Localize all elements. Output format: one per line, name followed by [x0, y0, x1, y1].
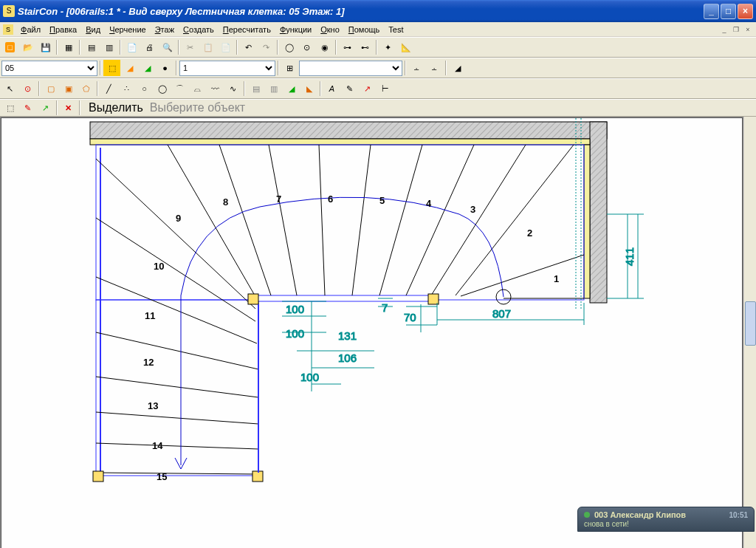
work-area: 411 807 100 100 131 106 100 7 [0, 117, 756, 548]
menu-file[interactable]: Файл [16, 24, 45, 35]
rect-tool[interactable]: ▢ [42, 81, 59, 97]
svg-text:100: 100 [286, 303, 304, 315]
layer4-button[interactable]: ● [157, 60, 173, 76]
circ2-tool[interactable]: ◯ [154, 81, 171, 97]
text-tool[interactable]: A [323, 81, 340, 97]
drawing-canvas[interactable]: 411 807 100 100 131 106 100 7 [1, 117, 743, 548]
arc-tool[interactable]: ⌒ [171, 81, 188, 97]
svg-rect-9 [251, 295, 436, 301]
layer1-button[interactable]: ⬚ [103, 60, 120, 76]
doc-button[interactable]: 📄 [123, 39, 140, 55]
svg-text:13: 13 [148, 400, 158, 411]
menu-help[interactable]: Помощь [344, 24, 385, 35]
mdi-restore[interactable]: ❐ [731, 24, 741, 35]
app-icon: S [3, 5, 15, 17]
open-button[interactable]: 📂 [19, 39, 36, 55]
mdi-close[interactable]: × [743, 24, 753, 35]
stair2-tool[interactable]: ▥ [265, 81, 282, 97]
cross-button[interactable]: ✦ [379, 39, 396, 55]
svg-text:3: 3 [470, 204, 475, 215]
stair1-tool[interactable]: ▤ [247, 81, 264, 97]
menu-edit[interactable]: Правка [45, 24, 81, 35]
menu-bar: S Файл Правка Вид Черчение Этаж Создать … [0, 22, 756, 37]
misc-button[interactable]: ◢ [449, 60, 466, 76]
poly-tool[interactable]: ⬠ [78, 81, 94, 97]
floor-combo[interactable]: 05 [1, 61, 97, 76]
dot-tool[interactable]: ∴ [118, 81, 135, 97]
grid-button[interactable]: ▦ [60, 39, 77, 55]
style-combo[interactable] [299, 61, 402, 76]
svg-text:70: 70 [404, 311, 416, 323]
sel1[interactable]: ⬚ [1, 100, 18, 116]
menu-window[interactable]: Окно [316, 24, 344, 35]
svg-rect-31 [428, 294, 439, 304]
pan-tool[interactable]: ⊙ [19, 81, 36, 97]
align-right[interactable]: ⫠ [426, 60, 443, 76]
preview-button[interactable]: 🔍 [159, 39, 176, 55]
menu-floor[interactable]: Этаж [151, 24, 179, 35]
toolbar-select: ⬚ ✎ ↗ ✕ Выделить Выберите объект [0, 99, 756, 117]
layer2-button[interactable]: ◢ [121, 60, 138, 76]
svg-text:2: 2 [527, 227, 532, 239]
align-left[interactable]: ⫠ [408, 60, 425, 76]
edit-tool[interactable]: ✎ [341, 81, 358, 97]
arc2-tool[interactable]: ⌓ [189, 81, 206, 97]
del-button[interactable]: ✕ [60, 100, 77, 116]
menu-func[interactable]: Функции [275, 24, 316, 35]
svg-rect-4 [90, 139, 590, 145]
notif-body: снова в сети! [584, 520, 748, 528]
paste-button[interactable]: 📄 [217, 39, 234, 55]
svg-text:4: 4 [426, 198, 432, 209]
mdi-icon[interactable]: S [3, 24, 13, 35]
menu-recalc[interactable]: Пересчитать [219, 24, 275, 35]
mdi-minimize[interactable]: _ [719, 24, 729, 35]
toolbar-main: □ 📂 💾 ▦ ▤ ▥ 📄 🖨 🔍 ✂ 📋 📄 ↶ ↷ ◯ ⊙ ◉ ⊶ ⊷ ✦ … [0, 37, 756, 58]
svg-rect-33 [252, 471, 263, 482]
cut-button[interactable]: ✂ [182, 39, 199, 55]
save-button[interactable]: 💾 [37, 39, 54, 55]
svg-rect-30 [248, 294, 258, 304]
table-button[interactable]: ▤ [83, 39, 100, 55]
print-button[interactable]: 🖨 [141, 39, 158, 55]
layer3-button[interactable]: ◢ [139, 60, 156, 76]
circle2-button[interactable]: ⊙ [298, 39, 315, 55]
minimize-button[interactable]: _ [704, 4, 719, 19]
sel2[interactable]: ✎ [19, 100, 36, 116]
menu-test[interactable]: Test [384, 24, 408, 35]
stair3-tool[interactable]: ◢ [283, 81, 300, 97]
snap1-button[interactable]: ⊶ [339, 39, 356, 55]
undo-button[interactable]: ↶ [240, 39, 257, 55]
new-button[interactable]: □ [1, 39, 18, 55]
menu-create[interactable]: Создать [179, 24, 219, 35]
dim-tool[interactable]: ⊢ [377, 81, 394, 97]
copy-button[interactable]: 📋 [199, 39, 216, 55]
select-tool[interactable]: ↖ [1, 81, 18, 97]
ortho-button[interactable]: ⊞ [281, 60, 298, 76]
notification-toast[interactable]: 003 Александр Клипов 10:51 снова в сети! [577, 507, 755, 532]
circle1-button[interactable]: ◯ [281, 39, 298, 55]
vertical-scrollbar[interactable] [743, 117, 756, 548]
svg-text:10: 10 [154, 261, 164, 272]
toolbar-draw: ↖ ⊙ ▢ ▣ ⬠ ╱ ∴ ○ ◯ ⌒ ⌓ 〰 ∿ ▤ ▥ ◢ ◣ A ✎ ↗ … [0, 78, 756, 99]
curve-tool[interactable]: 〰 [207, 81, 224, 97]
line-tool[interactable]: ╱ [100, 81, 117, 97]
circ-tool[interactable]: ○ [136, 81, 153, 97]
snap2-button[interactable]: ⊷ [357, 39, 374, 55]
menu-view[interactable]: Вид [81, 24, 105, 35]
level-combo[interactable]: 1 [179, 61, 275, 76]
svg-text:100: 100 [286, 327, 304, 340]
svg-text:7: 7 [276, 193, 281, 205]
stair4-tool[interactable]: ◣ [300, 81, 317, 97]
maximize-button[interactable]: □ [721, 4, 736, 19]
sel3[interactable]: ↗ [37, 100, 54, 116]
close-button[interactable]: × [738, 4, 753, 19]
angle-button[interactable]: 📐 [397, 39, 414, 55]
list-button[interactable]: ▥ [100, 39, 117, 55]
measure-tool[interactable]: ↗ [359, 81, 376, 97]
circle3-button[interactable]: ◉ [316, 39, 333, 55]
redo-button[interactable]: ↷ [258, 39, 275, 55]
spline-tool[interactable]: ∿ [224, 81, 241, 97]
title-bar: S StairCon - [006rails:1 * - Вид сверху … [0, 0, 756, 22]
rect2-tool[interactable]: ▣ [60, 81, 77, 97]
menu-draw[interactable]: Черчение [105, 24, 151, 35]
